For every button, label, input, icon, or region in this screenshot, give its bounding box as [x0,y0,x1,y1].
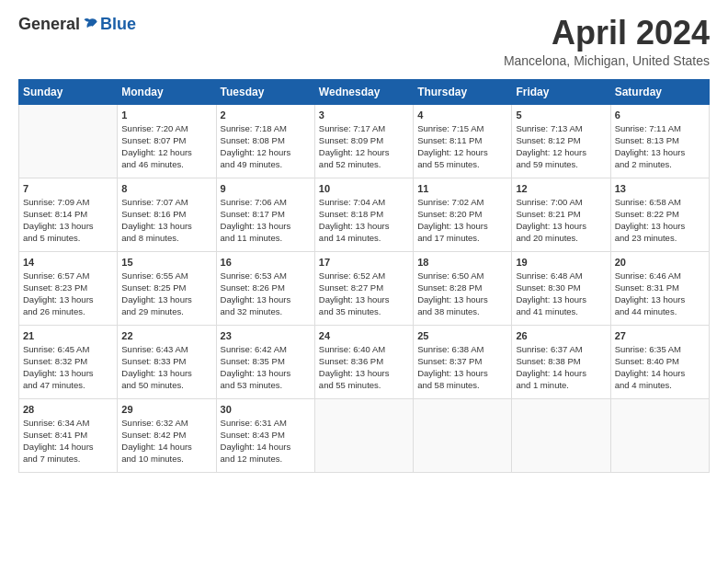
day-number: 27 [615,330,705,341]
day-number: 7 [23,183,113,194]
day-number: 12 [516,183,606,194]
day-number: 30 [221,404,311,415]
calendar-day-cell: 4Sunrise: 7:15 AM Sunset: 8:11 PM Daylig… [414,104,512,178]
day-info: Sunrise: 7:13 AM Sunset: 8:12 PM Dayligh… [516,122,606,171]
day-number: 15 [121,257,211,268]
day-info: Sunrise: 7:17 AM Sunset: 8:09 PM Dayligh… [319,122,409,171]
calendar-week-row: 21Sunrise: 6:45 AM Sunset: 8:32 PM Dayli… [19,325,710,398]
calendar-week-row: 1Sunrise: 7:20 AM Sunset: 8:07 PM Daylig… [19,104,710,178]
day-info: Sunrise: 7:09 AM Sunset: 8:14 PM Dayligh… [23,196,113,245]
weekday-header-friday: Friday [512,79,610,104]
day-info: Sunrise: 7:02 AM Sunset: 8:20 PM Dayligh… [417,196,507,245]
day-info: Sunrise: 6:31 AM Sunset: 8:43 PM Dayligh… [221,417,311,465]
title-area: April 2024 Mancelona, Michigan, United S… [504,15,710,68]
day-info: Sunrise: 6:50 AM Sunset: 8:28 PM Dayligh… [417,270,507,318]
calendar-day-cell: 23Sunrise: 6:42 AM Sunset: 8:35 PM Dayli… [216,325,314,398]
day-info: Sunrise: 7:06 AM Sunset: 8:17 PM Dayligh… [221,196,311,245]
calendar-day-cell: 17Sunrise: 6:52 AM Sunset: 8:27 PM Dayli… [314,251,413,325]
day-info: Sunrise: 6:48 AM Sunset: 8:30 PM Dayligh… [516,270,606,318]
day-number: 10 [319,183,409,194]
day-info: Sunrise: 6:37 AM Sunset: 8:38 PM Dayligh… [516,343,606,392]
logo-blue-text: Blue [100,15,136,34]
day-number: 25 [417,330,507,341]
calendar-day-cell: 7Sunrise: 7:09 AM Sunset: 8:14 PM Daylig… [19,178,118,251]
empty-day-cell [610,398,709,472]
day-number: 19 [516,257,606,268]
weekday-header-thursday: Thursday [414,79,512,104]
calendar-table: SundayMondayTuesdayWednesdayThursdayFrid… [18,79,710,473]
month-title: April 2024 [504,15,710,52]
day-number: 24 [319,330,409,341]
day-info: Sunrise: 7:18 AM Sunset: 8:08 PM Dayligh… [221,122,311,171]
day-number: 11 [417,183,507,194]
empty-day-cell [19,104,118,178]
day-info: Sunrise: 6:35 AM Sunset: 8:40 PM Dayligh… [615,343,705,392]
day-number: 3 [319,109,409,121]
calendar-day-cell: 29Sunrise: 6:32 AM Sunset: 8:42 PM Dayli… [118,398,216,472]
day-number: 4 [417,109,507,121]
weekday-header-wednesday: Wednesday [314,79,413,104]
calendar-day-cell: 13Sunrise: 6:58 AM Sunset: 8:22 PM Dayli… [610,178,709,251]
calendar-day-cell: 24Sunrise: 6:40 AM Sunset: 8:36 PM Dayli… [314,325,413,398]
day-info: Sunrise: 6:38 AM Sunset: 8:37 PM Dayligh… [417,343,507,392]
day-info: Sunrise: 6:52 AM Sunset: 8:27 PM Dayligh… [319,270,409,318]
calendar-week-row: 28Sunrise: 6:34 AM Sunset: 8:41 PM Dayli… [19,398,710,472]
calendar-day-cell: 11Sunrise: 7:02 AM Sunset: 8:20 PM Dayli… [414,178,512,251]
calendar-day-cell: 2Sunrise: 7:18 AM Sunset: 8:08 PM Daylig… [216,104,314,178]
calendar-day-cell: 22Sunrise: 6:43 AM Sunset: 8:33 PM Dayli… [118,325,216,398]
calendar-day-cell: 15Sunrise: 6:55 AM Sunset: 8:25 PM Dayli… [118,251,216,325]
day-number: 2 [221,109,311,121]
calendar-day-cell: 8Sunrise: 7:07 AM Sunset: 8:16 PM Daylig… [118,178,216,251]
calendar-day-cell: 26Sunrise: 6:37 AM Sunset: 8:38 PM Dayli… [512,325,610,398]
weekday-header-saturday: Saturday [610,79,709,104]
day-info: Sunrise: 6:57 AM Sunset: 8:23 PM Dayligh… [23,270,113,318]
day-number: 13 [615,183,705,194]
day-number: 9 [221,183,311,194]
day-number: 28 [23,404,113,415]
day-number: 18 [417,257,507,268]
calendar-day-cell: 20Sunrise: 6:46 AM Sunset: 8:31 PM Dayli… [610,251,709,325]
calendar-day-cell: 10Sunrise: 7:04 AM Sunset: 8:18 PM Dayli… [314,178,413,251]
calendar-day-cell: 25Sunrise: 6:38 AM Sunset: 8:37 PM Dayli… [414,325,512,398]
day-info: Sunrise: 7:07 AM Sunset: 8:16 PM Dayligh… [121,196,211,245]
page-header: General Blue April 2024 Mancelona, Michi… [18,15,710,68]
calendar-day-cell: 12Sunrise: 7:00 AM Sunset: 8:21 PM Dayli… [512,178,610,251]
logo: General Blue [18,15,136,34]
day-number: 14 [23,257,113,268]
day-number: 29 [121,404,211,415]
weekday-header-tuesday: Tuesday [216,79,314,104]
calendar-day-cell: 14Sunrise: 6:57 AM Sunset: 8:23 PM Dayli… [19,251,118,325]
calendar-day-cell: 6Sunrise: 7:11 AM Sunset: 8:13 PM Daylig… [610,104,709,178]
weekday-header-monday: Monday [118,79,216,104]
day-info: Sunrise: 7:00 AM Sunset: 8:21 PM Dayligh… [516,196,606,245]
day-info: Sunrise: 7:15 AM Sunset: 8:11 PM Dayligh… [417,122,507,171]
day-info: Sunrise: 6:53 AM Sunset: 8:26 PM Dayligh… [221,270,311,318]
calendar-day-cell: 21Sunrise: 6:45 AM Sunset: 8:32 PM Dayli… [19,325,118,398]
calendar-day-cell: 16Sunrise: 6:53 AM Sunset: 8:26 PM Dayli… [216,251,314,325]
day-info: Sunrise: 6:55 AM Sunset: 8:25 PM Dayligh… [121,270,211,318]
day-info: Sunrise: 6:34 AM Sunset: 8:41 PM Dayligh… [23,417,113,465]
empty-day-cell [314,398,413,472]
calendar-day-cell: 1Sunrise: 7:20 AM Sunset: 8:07 PM Daylig… [118,104,216,178]
day-info: Sunrise: 6:45 AM Sunset: 8:32 PM Dayligh… [23,343,113,392]
day-number: 6 [615,109,705,121]
day-number: 26 [516,330,606,341]
weekday-header-sunday: Sunday [19,79,118,104]
day-info: Sunrise: 7:20 AM Sunset: 8:07 PM Dayligh… [121,122,211,171]
calendar-day-cell: 3Sunrise: 7:17 AM Sunset: 8:09 PM Daylig… [314,104,413,178]
day-number: 8 [121,183,211,194]
day-info: Sunrise: 7:04 AM Sunset: 8:18 PM Dayligh… [319,196,409,245]
day-number: 17 [319,257,409,268]
logo-general-text: General [18,15,80,34]
calendar-day-cell: 9Sunrise: 7:06 AM Sunset: 8:17 PM Daylig… [216,178,314,251]
calendar-day-cell: 5Sunrise: 7:13 AM Sunset: 8:12 PM Daylig… [512,104,610,178]
day-info: Sunrise: 6:42 AM Sunset: 8:35 PM Dayligh… [221,343,311,392]
calendar-day-cell: 18Sunrise: 6:50 AM Sunset: 8:28 PM Dayli… [414,251,512,325]
logo-bird-icon [82,16,100,34]
location-text: Mancelona, Michigan, United States [504,53,710,68]
day-number: 21 [23,330,113,341]
day-info: Sunrise: 6:43 AM Sunset: 8:33 PM Dayligh… [121,343,211,392]
day-info: Sunrise: 7:11 AM Sunset: 8:13 PM Dayligh… [615,122,705,171]
empty-day-cell [414,398,512,472]
calendar-week-row: 14Sunrise: 6:57 AM Sunset: 8:23 PM Dayli… [19,251,710,325]
